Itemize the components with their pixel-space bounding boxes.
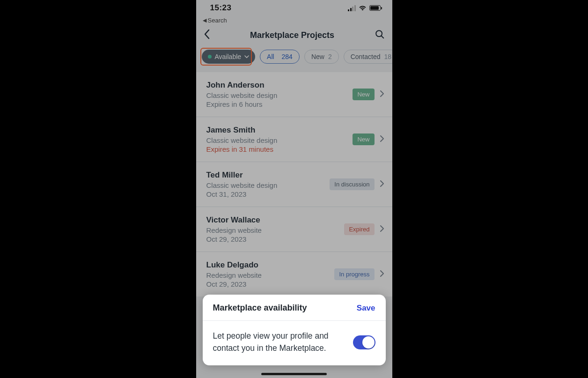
status-bar: 15:23 bbox=[196, 0, 392, 16]
availability-sheet: Marketplace availability Save Let people… bbox=[203, 295, 386, 365]
project-right: In discussion bbox=[330, 178, 383, 190]
chevron-right-icon bbox=[380, 225, 384, 234]
sheet-header: Marketplace availability Save bbox=[203, 295, 386, 321]
chevron-right-icon bbox=[380, 90, 384, 99]
page-title: Marketplace Projects bbox=[250, 30, 334, 40]
chevron-right-icon bbox=[380, 135, 384, 144]
project-info: Luke DelgadoRedesign websiteOct 29, 2023 bbox=[206, 260, 262, 288]
project-right: New bbox=[353, 133, 383, 145]
chevron-down-icon bbox=[244, 55, 249, 59]
caret-left-icon: ◀ bbox=[203, 17, 206, 23]
project-info: James SmithClassic website designExpires… bbox=[206, 126, 278, 153]
project-subtitle: Classic website design bbox=[206, 136, 278, 144]
project-right: Expired bbox=[344, 223, 383, 235]
project-meta: Oct 29, 2023 bbox=[206, 280, 262, 288]
project-subtitle: Classic website design bbox=[206, 91, 278, 99]
tab-all[interactable]: All 284 bbox=[260, 50, 300, 64]
project-row[interactable]: Ted MillerClassic website designOct 31, … bbox=[196, 162, 392, 207]
page-header: Marketplace Projects bbox=[196, 24, 392, 45]
project-row[interactable]: James SmithClassic website designExpires… bbox=[196, 117, 392, 162]
phone-frame: 15:23 ◀ Search Marketplace Projects Avai… bbox=[196, 0, 392, 378]
status-icons bbox=[348, 5, 382, 11]
filter-bar: Available All 284 New2 Contacted18 I bbox=[196, 45, 392, 72]
project-row[interactable]: Luke DelgadoRedesign websiteOct 29, 2023… bbox=[196, 252, 392, 296]
status-badge: In progress bbox=[334, 268, 374, 280]
wifi-icon bbox=[359, 5, 367, 11]
availability-chip[interactable]: Available bbox=[202, 50, 256, 64]
project-name: Victor Wallace bbox=[206, 215, 262, 225]
save-button[interactable]: Save bbox=[357, 304, 375, 313]
toggle-knob bbox=[362, 336, 375, 348]
project-meta: Oct 31, 2023 bbox=[206, 190, 278, 198]
project-meta: Expires in 31 minutes bbox=[206, 145, 278, 153]
project-subtitle: Redesign website bbox=[206, 226, 262, 234]
project-name: Luke Delgado bbox=[206, 260, 262, 270]
back-button[interactable] bbox=[204, 29, 210, 41]
status-badge: New bbox=[353, 89, 374, 100]
clock: 15:23 bbox=[210, 3, 232, 13]
status-badge: In discussion bbox=[330, 178, 374, 190]
status-badge: New bbox=[353, 133, 374, 145]
status-dot-icon bbox=[208, 55, 212, 59]
project-name: James Smith bbox=[206, 126, 278, 135]
sheet-description: Let people view your profile and contact… bbox=[213, 330, 335, 354]
project-subtitle: Redesign website bbox=[206, 271, 262, 279]
project-meta: Expires in 6 hours bbox=[206, 100, 278, 108]
search-button[interactable] bbox=[375, 29, 385, 41]
availability-label: Available bbox=[215, 53, 242, 60]
back-to-search[interactable]: ◀ Search bbox=[196, 16, 392, 24]
back-search-label: Search bbox=[208, 17, 227, 24]
sheet-title: Marketplace availability bbox=[213, 303, 307, 313]
project-row[interactable]: Victor WallaceRedesign websiteOct 29, 20… bbox=[196, 207, 392, 252]
project-info: John AndersonClassic website designExpir… bbox=[206, 81, 278, 108]
project-name: Ted Miller bbox=[206, 170, 278, 180]
tab-new[interactable]: New2 bbox=[304, 50, 339, 64]
project-row[interactable]: John AndersonClassic website designExpir… bbox=[196, 72, 392, 117]
chevron-right-icon bbox=[380, 180, 384, 189]
status-badge: Expired bbox=[344, 223, 374, 235]
battery-icon bbox=[369, 5, 382, 11]
project-meta: Oct 29, 2023 bbox=[206, 235, 262, 243]
project-right: In progress bbox=[334, 268, 383, 280]
cellular-icon bbox=[348, 5, 356, 11]
chevron-right-icon bbox=[380, 270, 384, 279]
svg-line-1 bbox=[381, 36, 383, 38]
project-right: New bbox=[353, 89, 383, 100]
project-info: Victor WallaceRedesign websiteOct 29, 20… bbox=[206, 215, 262, 243]
availability-toggle[interactable] bbox=[353, 335, 375, 349]
project-info: Ted MillerClassic website designOct 31, … bbox=[206, 170, 278, 198]
tab-contacted[interactable]: Contacted18 bbox=[344, 50, 392, 64]
project-list: John AndersonClassic website designExpir… bbox=[196, 72, 392, 296]
project-name: John Anderson bbox=[206, 81, 278, 90]
home-indicator[interactable] bbox=[261, 373, 327, 375]
project-subtitle: Classic website design bbox=[206, 181, 278, 189]
sheet-body: Let people view your profile and contact… bbox=[203, 321, 386, 365]
